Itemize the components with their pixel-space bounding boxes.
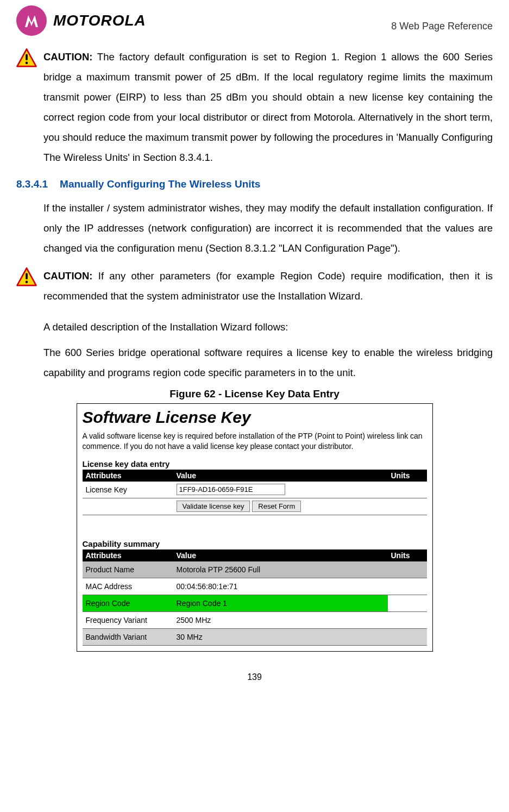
chapter-reference: 8 Web Page Reference <box>391 21 493 32</box>
table-row: Frequency Variant2500 MHz <box>83 611 427 628</box>
caution-1-label: CAUTION: <box>43 51 92 63</box>
button-cell: Validate license key Reset Form <box>173 498 388 515</box>
svg-point-5 <box>26 280 28 283</box>
validate-license-button[interactable]: Validate license key <box>177 501 250 512</box>
capability-units <box>388 561 427 578</box>
table-row: MAC Address00:04:56:80:1e:71 <box>83 578 427 595</box>
capability-units <box>388 578 427 595</box>
capability-value: Region Code 1 <box>173 595 388 611</box>
figure-description: A valid software license key is required… <box>83 431 427 452</box>
section-heading: 8.3.4.1 Manually Configuring The Wireles… <box>16 178 493 190</box>
table-header-units: Units <box>388 549 427 561</box>
license-entry-label: License key data entry <box>83 459 427 469</box>
capability-value: 00:04:56:80:1e:71 <box>173 578 388 595</box>
license-key-value-cell <box>173 482 388 498</box>
caution-1-text: CAUTION: The factory default configurati… <box>43 47 493 167</box>
reset-form-button[interactable]: Reset Form <box>252 501 301 512</box>
caution-block-1: CAUTION: The factory default configurati… <box>16 47 493 167</box>
capability-summary-table: Attributes Value Units Product NameMotor… <box>83 549 427 646</box>
caution-1-body: The factory default configuration is set… <box>43 51 493 163</box>
figure-title: Software License Key <box>83 408 427 427</box>
warning-icon <box>16 267 37 290</box>
svg-point-2 <box>26 61 28 64</box>
table-header-units: Units <box>388 470 427 482</box>
caution-2-text: CAUTION: If any other parameters (for ex… <box>43 266 493 306</box>
paragraph-2: A detailed description of the Installati… <box>43 317 493 337</box>
logo-block: MOTOROLA <box>16 5 146 36</box>
capability-units <box>388 611 427 628</box>
motorola-logo-icon <box>16 5 47 36</box>
caution-block-2: CAUTION: If any other parameters (for ex… <box>16 266 493 306</box>
capability-units <box>388 628 427 645</box>
section-title: Manually Configuring The Wireless Units <box>60 178 260 190</box>
page-header: MOTOROLA 8 Web Page Reference <box>16 0 493 39</box>
capability-attr: Region Code <box>83 595 173 611</box>
capability-attr: MAC Address <box>83 578 173 595</box>
paragraph-1: If the installer / system administrator … <box>43 198 493 258</box>
svg-rect-1 <box>26 54 28 60</box>
license-key-attr: License Key <box>83 482 173 498</box>
table-row: Bandwidth Variant30 MHz <box>83 628 427 645</box>
table-row: Region CodeRegion Code 1 <box>83 595 427 611</box>
license-key-units <box>388 482 427 498</box>
capability-attr: Product Name <box>83 561 173 578</box>
table-row: Validate license key Reset Form <box>83 498 427 515</box>
logo-text: MOTOROLA <box>53 12 146 29</box>
capability-units <box>388 595 427 611</box>
svg-rect-4 <box>26 273 28 279</box>
capability-attr: Bandwidth Variant <box>83 628 173 645</box>
table-header-value: Value <box>173 549 388 561</box>
figure-caption: Figure 62 - License Key Data Entry <box>16 388 493 400</box>
table-header-attributes: Attributes <box>83 470 173 482</box>
table-header-value: Value <box>173 470 388 482</box>
figure-frame: Software License Key A valid software li… <box>77 403 433 652</box>
table-spacer-row <box>83 515 427 536</box>
warning-icon <box>16 48 37 71</box>
license-key-input[interactable] <box>177 484 285 495</box>
capability-summary-label: Capability summary <box>83 539 427 548</box>
capability-value: 2500 MHz <box>173 611 388 628</box>
page-number: 139 <box>16 663 493 688</box>
section-number: 8.3.4.1 <box>16 178 48 190</box>
caution-2-label: CAUTION: <box>43 270 92 282</box>
license-entry-table: Attributes Value Units License Key <box>83 470 427 536</box>
table-row: License Key <box>83 482 427 498</box>
capability-value: 30 MHz <box>173 628 388 645</box>
capability-attr: Frequency Variant <box>83 611 173 628</box>
paragraph-3: The 600 Series bridge operational softwa… <box>43 342 493 383</box>
table-row: Product NameMotorola PTP 25600 Full <box>83 561 427 578</box>
caution-2-body: If any other parameters (for example Reg… <box>43 270 493 302</box>
capability-value: Motorola PTP 25600 Full <box>173 561 388 578</box>
table-header-attributes: Attributes <box>83 549 173 561</box>
